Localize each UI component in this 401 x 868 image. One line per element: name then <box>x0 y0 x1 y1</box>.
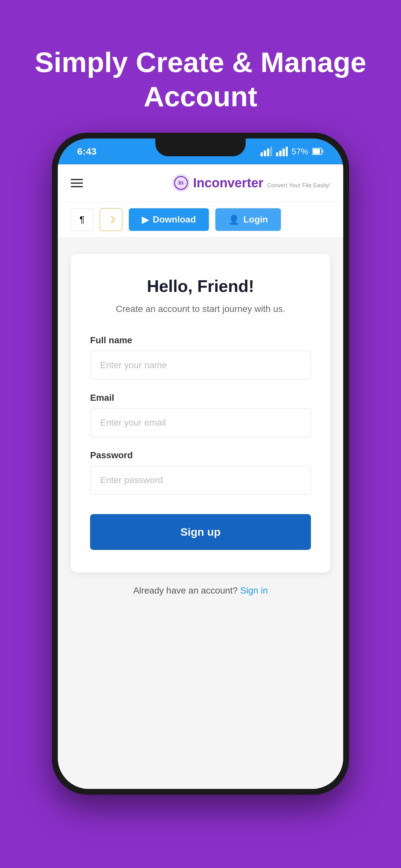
phone-notch <box>155 138 246 156</box>
svg-rect-0 <box>260 152 263 156</box>
download-label: Download <box>153 214 196 225</box>
logo-tagline: Convert Your File Easily! <box>267 182 330 189</box>
signup-card: Hello, Friend! Create an account to star… <box>71 254 330 572</box>
logo-icon: In <box>172 174 190 192</box>
phone-frame: 6:43 57% <box>52 133 349 795</box>
text-tool-icon: ¶ <box>80 214 84 225</box>
login-label: Login <box>243 214 268 225</box>
status-icons: 57% <box>260 147 324 157</box>
svg-text:In: In <box>178 180 183 186</box>
moon-icon: ☽ <box>107 214 115 225</box>
battery-icon <box>312 147 324 156</box>
logo: In Inconverter Convert Your File Easily! <box>172 174 330 192</box>
login-button[interactable]: 👤 Login <box>215 208 281 231</box>
download-button[interactable]: ▶ Download <box>129 208 209 231</box>
nav-bar: In Inconverter Convert Your File Easily! <box>58 164 343 202</box>
card-title: Hello, Friend! <box>90 276 311 296</box>
main-content: Hello, Friend! Create an account to star… <box>58 238 343 789</box>
svg-rect-7 <box>286 147 288 156</box>
svg-rect-2 <box>267 149 269 156</box>
download-video-icon: ▶ <box>142 214 149 225</box>
password-label: Password <box>90 450 311 461</box>
email-label: Email <box>90 393 311 403</box>
fullname-label: Full name <box>90 335 311 345</box>
signal-icon <box>260 147 272 156</box>
card-subtitle: Create an account to start journey with … <box>90 302 311 316</box>
svg-rect-3 <box>270 147 272 156</box>
hero-title: Simply Create & Manage Account <box>35 46 366 113</box>
svg-rect-10 <box>313 149 320 154</box>
logo-text: Inconverter <box>193 176 267 190</box>
fullname-group: Full name <box>90 335 311 380</box>
hamburger-menu[interactable] <box>71 179 83 187</box>
battery-percent: 57% <box>291 147 308 157</box>
svg-rect-6 <box>282 149 285 156</box>
signal2-icon <box>276 147 288 156</box>
svg-rect-5 <box>279 151 281 156</box>
email-input[interactable] <box>90 408 311 437</box>
text-tool-button[interactable]: ¶ <box>71 208 93 231</box>
signin-link[interactable]: Sign in <box>240 585 268 595</box>
status-time: 6:43 <box>77 146 96 157</box>
user-icon: 👤 <box>228 214 240 225</box>
password-group: Password <box>90 450 311 495</box>
fullname-input[interactable] <box>90 351 311 380</box>
svg-rect-1 <box>264 151 266 156</box>
signin-prompt: Already have an account? Sign in <box>133 585 268 596</box>
signup-label: Sign up <box>181 526 221 538</box>
signup-button[interactable]: Sign up <box>90 514 311 550</box>
signin-text: Already have an account? <box>133 585 238 595</box>
hero-section: Simply Create & Manage Account <box>0 0 401 133</box>
svg-rect-4 <box>276 152 278 156</box>
email-group: Email <box>90 393 311 437</box>
dark-mode-button[interactable]: ☽ <box>100 208 122 231</box>
password-input[interactable] <box>90 466 311 495</box>
status-bar: 6:43 57% <box>58 138 343 164</box>
toolbar: ¶ ☽ ▶ Download 👤 Login <box>58 202 343 238</box>
svg-rect-9 <box>322 150 323 153</box>
